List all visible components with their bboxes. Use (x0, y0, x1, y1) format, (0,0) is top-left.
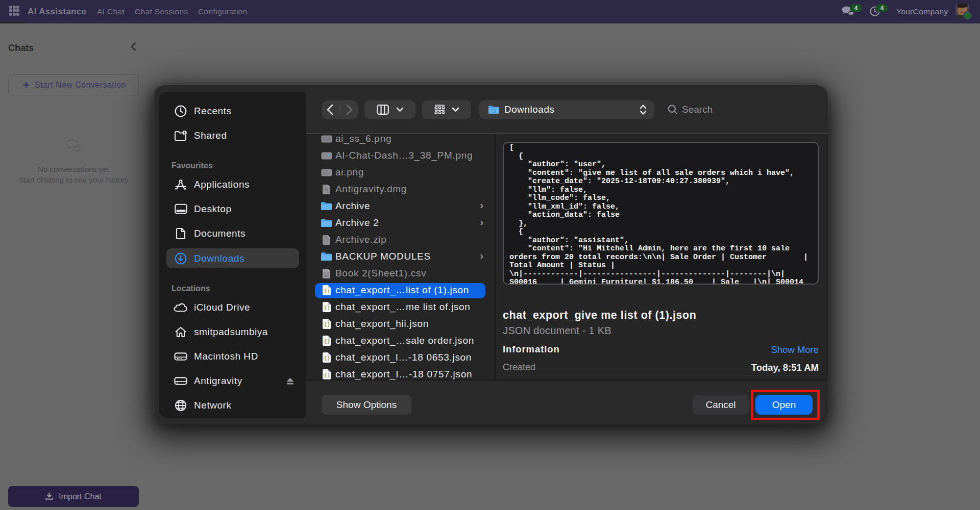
svg-text:{}: {} (324, 339, 330, 344)
svg-text:{}: {} (324, 322, 330, 327)
svg-text:{}: {} (324, 305, 330, 311)
svg-text:{}: {} (324, 373, 330, 378)
svg-text:{}: {} (324, 356, 330, 361)
svg-text:{}: {} (324, 289, 330, 294)
